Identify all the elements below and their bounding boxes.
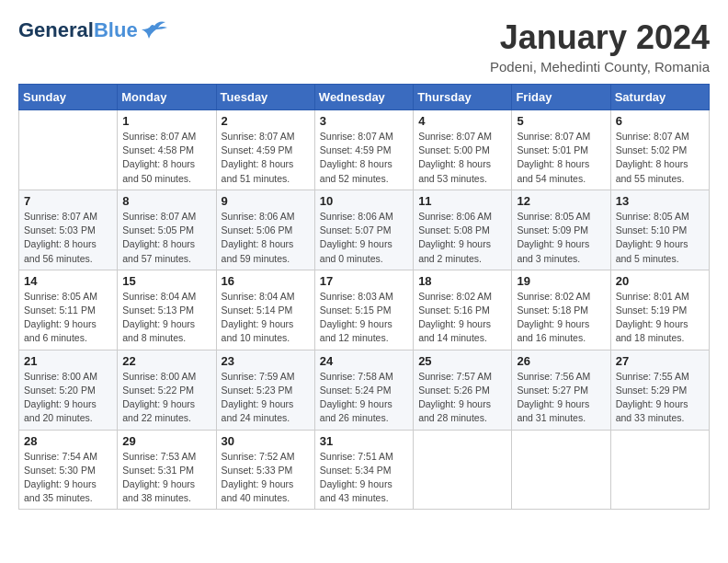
day-info: Sunrise: 7:51 AMSunset: 5:34 PMDaylight:… [320, 450, 408, 506]
day-number: 14 [24, 274, 112, 288]
location: Podeni, Mehedinti County, Romania [490, 59, 710, 75]
calendar-week-1: 1Sunrise: 8:07 AMSunset: 4:58 PMDaylight… [19, 110, 710, 190]
day-number: 12 [517, 194, 605, 208]
day-number: 11 [418, 194, 506, 208]
day-info: Sunrise: 8:05 AMSunset: 5:10 PMDaylight:… [616, 210, 704, 266]
weekday-header-monday: Monday [118, 85, 216, 110]
day-number: 30 [222, 434, 310, 448]
day-number: 17 [320, 274, 408, 288]
day-number: 27 [616, 354, 704, 368]
calendar-table: SundayMondayTuesdayWednesdayThursdayFrid… [18, 84, 710, 510]
day-info: Sunrise: 8:05 AMSunset: 5:09 PMDaylight:… [517, 210, 605, 266]
calendar-cell: 5Sunrise: 8:07 AMSunset: 5:01 PMDaylight… [512, 110, 610, 190]
calendar-cell: 15Sunrise: 8:04 AMSunset: 5:13 PMDayligh… [118, 270, 216, 350]
day-number: 13 [616, 194, 704, 208]
day-number: 23 [222, 354, 310, 368]
day-info: Sunrise: 8:02 AMSunset: 5:18 PMDaylight:… [517, 290, 605, 346]
calendar-cell: 13Sunrise: 8:05 AMSunset: 5:10 PMDayligh… [610, 190, 709, 270]
day-info: Sunrise: 7:52 AMSunset: 5:33 PMDaylight:… [222, 450, 310, 506]
day-info: Sunrise: 8:00 AMSunset: 5:22 PMDaylight:… [122, 370, 210, 426]
calendar-cell: 10Sunrise: 8:06 AMSunset: 5:07 PMDayligh… [314, 190, 413, 270]
day-number: 20 [616, 274, 704, 288]
weekday-header-tuesday: Tuesday [216, 85, 314, 110]
day-info: Sunrise: 8:07 AMSunset: 4:58 PMDaylight:… [122, 130, 210, 186]
calendar-cell: 18Sunrise: 8:02 AMSunset: 5:16 PMDayligh… [414, 270, 512, 350]
calendar-cell: 16Sunrise: 8:04 AMSunset: 5:14 PMDayligh… [216, 270, 314, 350]
calendar-cell: 19Sunrise: 8:02 AMSunset: 5:18 PMDayligh… [512, 270, 610, 350]
day-info: Sunrise: 8:07 AMSunset: 5:01 PMDaylight:… [517, 130, 605, 186]
calendar-cell: 3Sunrise: 8:07 AMSunset: 4:59 PMDaylight… [314, 110, 413, 190]
day-info: Sunrise: 7:56 AMSunset: 5:27 PMDaylight:… [517, 370, 605, 426]
day-info: Sunrise: 8:07 AMSunset: 5:05 PMDaylight:… [122, 210, 210, 266]
title-block: January 2024 Podeni, Mehedinti County, R… [490, 18, 710, 75]
weekday-header-thursday: Thursday [414, 85, 512, 110]
day-number: 29 [122, 434, 210, 448]
day-info: Sunrise: 8:04 AMSunset: 5:14 PMDaylight:… [222, 290, 310, 346]
day-number: 21 [24, 354, 112, 368]
day-number: 9 [222, 194, 310, 208]
day-number: 18 [418, 274, 506, 288]
calendar-cell: 9Sunrise: 8:06 AMSunset: 5:06 PMDaylight… [216, 190, 314, 270]
day-info: Sunrise: 8:06 AMSunset: 5:06 PMDaylight:… [222, 210, 310, 266]
day-number: 15 [122, 274, 210, 288]
day-info: Sunrise: 8:02 AMSunset: 5:16 PMDaylight:… [418, 290, 506, 346]
day-number: 8 [122, 194, 210, 208]
day-info: Sunrise: 8:06 AMSunset: 5:08 PMDaylight:… [418, 210, 506, 266]
calendar-cell: 20Sunrise: 8:01 AMSunset: 5:19 PMDayligh… [610, 270, 709, 350]
calendar-week-4: 21Sunrise: 8:00 AMSunset: 5:20 PMDayligh… [19, 350, 710, 430]
calendar-cell: 21Sunrise: 8:00 AMSunset: 5:20 PMDayligh… [19, 350, 118, 430]
day-number: 31 [320, 434, 408, 448]
calendar-week-5: 28Sunrise: 7:54 AMSunset: 5:30 PMDayligh… [19, 430, 710, 510]
day-number: 7 [24, 194, 112, 208]
day-info: Sunrise: 8:06 AMSunset: 5:07 PMDaylight:… [320, 210, 408, 266]
month-title: January 2024 [490, 18, 710, 57]
day-info: Sunrise: 8:07 AMSunset: 4:59 PMDaylight:… [320, 130, 408, 186]
calendar-cell: 7Sunrise: 8:07 AMSunset: 5:03 PMDaylight… [19, 190, 118, 270]
day-number: 3 [320, 114, 408, 128]
day-number: 5 [517, 114, 605, 128]
calendar-cell [512, 430, 610, 510]
calendar-cell: 17Sunrise: 8:03 AMSunset: 5:15 PMDayligh… [314, 270, 413, 350]
day-number: 2 [222, 114, 310, 128]
day-info: Sunrise: 8:01 AMSunset: 5:19 PMDaylight:… [616, 290, 704, 346]
weekday-header-sunday: Sunday [19, 85, 118, 110]
logo: GeneralBlue [18, 18, 167, 42]
day-number: 4 [418, 114, 506, 128]
calendar-cell: 8Sunrise: 8:07 AMSunset: 5:05 PMDaylight… [118, 190, 216, 270]
calendar-cell [610, 430, 709, 510]
calendar-cell: 29Sunrise: 7:53 AMSunset: 5:31 PMDayligh… [118, 430, 216, 510]
calendar-cell: 26Sunrise: 7:56 AMSunset: 5:27 PMDayligh… [512, 350, 610, 430]
logo-bird-icon [142, 20, 167, 40]
day-number: 25 [418, 354, 506, 368]
day-info: Sunrise: 7:53 AMSunset: 5:31 PMDaylight:… [122, 450, 210, 506]
calendar-cell [19, 110, 118, 190]
calendar-cell: 12Sunrise: 8:05 AMSunset: 5:09 PMDayligh… [512, 190, 610, 270]
day-number: 1 [122, 114, 210, 128]
day-number: 16 [222, 274, 310, 288]
calendar-cell: 4Sunrise: 8:07 AMSunset: 5:00 PMDaylight… [414, 110, 512, 190]
day-info: Sunrise: 8:03 AMSunset: 5:15 PMDaylight:… [320, 290, 408, 346]
calendar-cell: 28Sunrise: 7:54 AMSunset: 5:30 PMDayligh… [19, 430, 118, 510]
calendar-cell: 24Sunrise: 7:58 AMSunset: 5:24 PMDayligh… [314, 350, 413, 430]
day-number: 22 [122, 354, 210, 368]
logo-text: GeneralBlue [18, 18, 138, 42]
calendar-week-3: 14Sunrise: 8:05 AMSunset: 5:11 PMDayligh… [19, 270, 710, 350]
calendar-week-2: 7Sunrise: 8:07 AMSunset: 5:03 PMDaylight… [19, 190, 710, 270]
day-info: Sunrise: 8:05 AMSunset: 5:11 PMDaylight:… [24, 290, 112, 346]
calendar-cell: 1Sunrise: 8:07 AMSunset: 4:58 PMDaylight… [118, 110, 216, 190]
day-info: Sunrise: 7:57 AMSunset: 5:26 PMDaylight:… [418, 370, 506, 426]
calendar-cell: 2Sunrise: 8:07 AMSunset: 4:59 PMDaylight… [216, 110, 314, 190]
day-info: Sunrise: 8:07 AMSunset: 5:02 PMDaylight:… [616, 130, 704, 186]
weekday-header-wednesday: Wednesday [314, 85, 413, 110]
calendar-cell: 11Sunrise: 8:06 AMSunset: 5:08 PMDayligh… [414, 190, 512, 270]
calendar-cell [414, 430, 512, 510]
calendar-cell: 25Sunrise: 7:57 AMSunset: 5:26 PMDayligh… [414, 350, 512, 430]
page-header: GeneralBlue January 2024 Podeni, Mehedin… [18, 18, 710, 75]
calendar-cell: 27Sunrise: 7:55 AMSunset: 5:29 PMDayligh… [610, 350, 709, 430]
calendar-header-row: SundayMondayTuesdayWednesdayThursdayFrid… [19, 85, 710, 110]
calendar-cell: 30Sunrise: 7:52 AMSunset: 5:33 PMDayligh… [216, 430, 314, 510]
day-info: Sunrise: 7:54 AMSunset: 5:30 PMDaylight:… [24, 450, 112, 506]
day-info: Sunrise: 8:07 AMSunset: 5:00 PMDaylight:… [418, 130, 506, 186]
day-number: 6 [616, 114, 704, 128]
calendar-cell: 31Sunrise: 7:51 AMSunset: 5:34 PMDayligh… [314, 430, 413, 510]
